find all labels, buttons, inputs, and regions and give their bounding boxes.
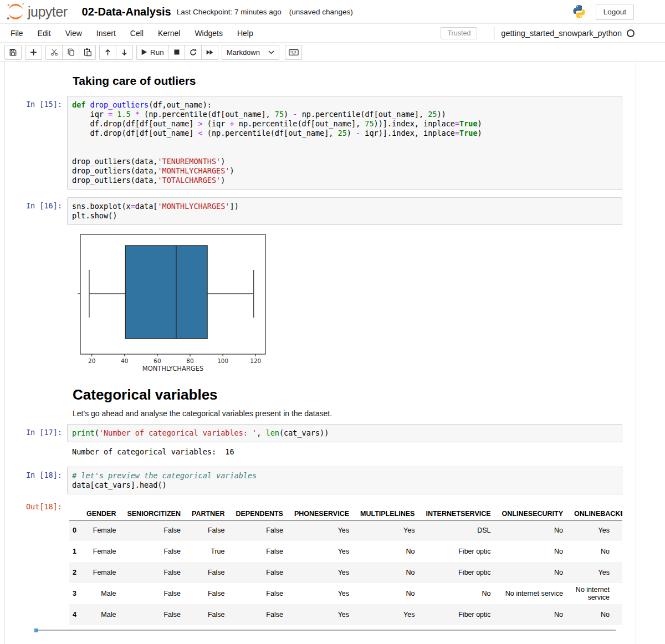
move-cell-down-button[interactable] xyxy=(116,45,133,60)
output-cell-16: 20406080100120MONTHLYCHARGES xyxy=(5,229,622,376)
cell-type-dropdown[interactable]: Markdown xyxy=(222,45,279,60)
code-input-16[interactable]: sns.boxplot(x=data['MONTHLYCHARGES'])plt… xyxy=(67,197,622,225)
logout-button[interactable]: Logout xyxy=(596,4,634,20)
table-cell xyxy=(615,520,622,541)
jupyter-logo-icon xyxy=(4,1,27,23)
categorical-intro-text: Let's go ahead and analyse the categoric… xyxy=(73,409,617,418)
code-cell-15[interactable]: In [15]: def drop_outliers(df,out_name):… xyxy=(5,92,622,193)
table-cell: Male xyxy=(81,583,121,604)
save-icon xyxy=(8,48,18,57)
code-line: drop_outliers(data,'TOTALCHARGES') xyxy=(72,176,617,185)
input-prompt: In [17]: xyxy=(5,424,67,459)
table-cell: Female xyxy=(81,520,121,541)
code-line: # let's preview the categorical variable… xyxy=(72,471,617,481)
paste-cells-button[interactable] xyxy=(79,45,96,60)
code-line: df.drop(df[df[out_name] > (iqr + np.perc… xyxy=(72,119,617,129)
table-cell: No intern xyxy=(615,583,622,604)
table-cell: False xyxy=(186,583,231,604)
table-header: PARTNER xyxy=(186,506,231,520)
selected-cell-marker-icon xyxy=(34,628,38,632)
code-line: print('Number of categorical variables: … xyxy=(72,428,617,438)
table-cell: No xyxy=(497,541,569,562)
notebook-title[interactable]: 02-Data-Analysis xyxy=(82,6,171,18)
run-label: Run xyxy=(150,48,164,57)
table-cell: Yes xyxy=(289,562,355,583)
table-cell: Yes xyxy=(355,520,420,541)
table-cell: True xyxy=(186,541,231,562)
code-cell-17[interactable]: In [17]: print('Number of categorical va… xyxy=(5,420,622,463)
code-input-15[interactable]: def drop_outliers(df,out_name): iqr = 1.… xyxy=(67,96,622,190)
kernel-idle-icon xyxy=(627,29,635,37)
code-input-17[interactable]: print('Number of categorical variables: … xyxy=(67,424,622,442)
chevron-down-icon xyxy=(268,50,274,54)
move-cell-up-button[interactable] xyxy=(99,45,116,60)
table-cell: Yes xyxy=(289,520,355,541)
save-button[interactable] xyxy=(4,45,22,60)
table-row: 3MaleFalseFalseFalseYesNoNoNo internet s… xyxy=(69,583,622,604)
table-cell: Female xyxy=(81,541,121,562)
copy-cells-button[interactable] xyxy=(62,45,79,60)
table-cell: No internet service xyxy=(569,583,615,604)
table-cell: False xyxy=(230,520,288,541)
table-header xyxy=(69,506,81,520)
svg-text:80: 80 xyxy=(186,357,193,364)
interrupt-kernel-button[interactable] xyxy=(168,45,185,60)
menu-help[interactable]: Help xyxy=(230,24,260,42)
command-palette-button[interactable] xyxy=(285,45,302,60)
menu-view[interactable]: View xyxy=(58,24,89,42)
menu-insert[interactable]: Insert xyxy=(89,24,123,42)
code-line: df.drop(df[df[out_name] < (np.percentile… xyxy=(72,129,617,138)
restart-kernel-icon xyxy=(189,48,197,57)
svg-text:60: 60 xyxy=(154,357,161,364)
dataframe-output: GENDERSENIORCITIZENPARTNERDEPENDENTSPHON… xyxy=(67,498,622,625)
table-cell: Male xyxy=(81,604,121,625)
boxplot-chart: 20406080100120MONTHLYCHARGES xyxy=(76,233,269,373)
table-header: PHONESERVICE xyxy=(289,506,355,520)
restart-run-all-icon xyxy=(206,48,214,57)
table-cell: False xyxy=(230,583,288,604)
menu-cell[interactable]: Cell xyxy=(123,24,151,42)
restart-run-all-button[interactable] xyxy=(201,45,218,60)
code-input-18[interactable]: # let's preview the categorical variable… xyxy=(67,467,622,494)
code-line: drop_outliers(data,'MONTHLYCHARGES') xyxy=(72,166,617,176)
table-cell: Yes xyxy=(289,604,355,625)
table-cell xyxy=(615,541,622,562)
menu-kernel[interactable]: Kernel xyxy=(151,24,187,42)
menu-widgets[interactable]: Widgets xyxy=(187,24,230,42)
code-line: def drop_outliers(df,out_name): xyxy=(72,100,617,110)
row-index: 3 xyxy=(69,583,81,604)
keyboard-icon xyxy=(289,48,299,57)
table-header: GENDER xyxy=(81,506,121,520)
table-cell: No xyxy=(497,520,569,541)
markdown-cell-categorical[interactable]: Categorical variables Let's go ahead and… xyxy=(67,376,622,420)
run-icon xyxy=(141,49,147,55)
table-cell: No xyxy=(497,604,569,625)
svg-text:MONTHLYCHARGES: MONTHLYCHARGES xyxy=(142,365,204,372)
markdown-cell-outliers[interactable]: Taking care of outliers xyxy=(67,69,622,92)
heading-taking-care-of-outliers: Taking care of outliers xyxy=(73,74,617,88)
cut-cells-button[interactable] xyxy=(45,45,63,60)
table-cell: False xyxy=(121,520,186,541)
toolbar: Run Markdown xyxy=(0,43,665,62)
menu-edit[interactable]: Edit xyxy=(30,24,58,42)
code-cell-18[interactable]: In [18]: # let's preview the categorical… xyxy=(5,463,622,498)
run-button[interactable]: Run xyxy=(136,45,168,60)
jupyter-logo[interactable]: jupyter xyxy=(4,1,68,23)
table-header: INTERNETSERVICE xyxy=(420,506,496,520)
svg-text:100: 100 xyxy=(217,357,228,364)
output-prompt-spacer xyxy=(5,229,67,376)
menu-file[interactable]: File xyxy=(3,24,30,42)
add-cell-button[interactable] xyxy=(25,45,42,60)
row-index: 4 xyxy=(69,604,81,625)
stop-icon xyxy=(173,48,181,56)
code-line xyxy=(72,147,617,157)
table-cell: False xyxy=(121,583,186,604)
restart-kernel-button[interactable] xyxy=(185,45,202,60)
code-cell-16[interactable]: In [16]: sns.boxplot(x=data['MONTHLYCHAR… xyxy=(5,193,622,229)
next-cell-boundary[interactable] xyxy=(35,630,616,636)
row-index: 1 xyxy=(69,541,81,562)
table-cell xyxy=(615,562,622,583)
cut-icon xyxy=(50,48,59,57)
cell-type-value: Markdown xyxy=(227,48,260,57)
table-cell: False xyxy=(186,520,231,541)
